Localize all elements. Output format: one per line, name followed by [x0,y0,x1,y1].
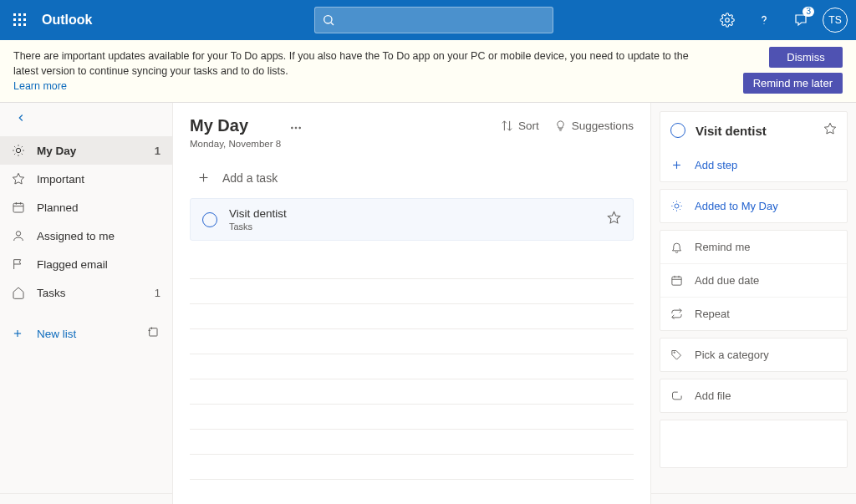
task-complete-checkbox[interactable] [202,212,217,227]
sidebar-item-assigned[interactable]: Assigned to me [0,221,172,250]
due-label: Add due date [695,274,759,287]
added-to-my-day[interactable]: Added to My Day [660,190,847,222]
new-group-button[interactable] [147,326,160,342]
svg-line-21 [22,147,23,148]
flag-icon [12,257,28,271]
add-step-button[interactable]: Add step [660,149,847,181]
sidebar-item-label: Tasks [37,287,66,299]
svg-rect-1 [18,13,21,16]
svg-rect-4 [18,18,21,21]
sidebar-item-label: Assigned to me [37,230,115,242]
search-input[interactable] [314,7,553,33]
list-options-button[interactable] [289,121,303,135]
svg-rect-0 [13,13,16,16]
svg-line-48 [673,202,674,203]
sidebar-item-important[interactable]: Important [0,165,172,193]
suggestions-button[interactable]: Suggestions [554,120,634,132]
sidebar-item-flagged[interactable]: Flagged email [0,250,172,278]
svg-point-9 [324,16,332,23]
sidebar-item-label: My Day [37,145,76,157]
back-button[interactable] [0,103,172,133]
sidebar-item-label: Flagged email [37,258,108,271]
add-note-area[interactable] [660,420,848,468]
add-due-date-button[interactable]: Add due date [660,263,847,297]
notifications-button[interactable]: 3 [782,0,819,40]
notification-badge: 3 [802,7,814,17]
sidebar-item-count: 1 [155,145,160,157]
svg-line-17 [22,154,23,155]
page-date: Monday, November 8 [190,139,281,149]
settings-button[interactable] [709,0,746,40]
svg-point-38 [299,127,301,129]
person-icon [12,229,28,242]
app-name: Outlook [42,13,92,28]
sidebar-item-count: 1 [155,287,160,299]
detail-title-row[interactable]: Visit dentist [660,112,847,149]
dismiss-button[interactable]: Dismiss [769,47,843,68]
repeat-label: Repeat [695,308,730,320]
mail-module-button[interactable] [8,494,39,504]
svg-rect-23 [13,204,23,213]
avatar[interactable]: TS [823,8,848,33]
svg-rect-7 [18,23,21,26]
files-module-button[interactable] [102,494,133,504]
calendar-icon [12,201,28,214]
todo-module-button[interactable] [133,494,164,504]
app-launcher-button[interactable] [0,0,40,40]
detail-task-title: Visit dentist [696,124,767,138]
pick-category-button[interactable]: Pick a category [660,339,847,371]
svg-marker-42 [824,124,835,135]
notification-message: There are important updates available fo… [13,50,689,77]
task-star-button[interactable] [607,211,621,228]
task-row[interactable]: Visit dentist Tasks [190,198,634,241]
new-list-button[interactable]: New list [0,317,172,350]
sidebar-item-label: Planned [37,201,79,214]
empty-lines [190,254,634,504]
sort-button[interactable]: Sort [501,120,539,132]
people-module-button[interactable] [70,494,101,504]
svg-rect-54 [672,277,681,286]
svg-line-10 [331,23,334,25]
svg-point-27 [16,232,20,236]
svg-line-49 [680,209,680,210]
sun-icon [12,144,28,157]
detail-star-button[interactable] [823,122,837,139]
svg-rect-3 [13,18,16,21]
learn-more-link[interactable]: Learn more [13,80,67,92]
sort-label: Sort [518,120,539,132]
svg-rect-2 [23,13,26,16]
remind-later-button[interactable]: Remind me later [743,73,843,94]
calendar-module-button[interactable] [39,494,70,504]
svg-point-45 [675,204,679,208]
added-label: Added to My Day [695,200,778,212]
star-icon [12,172,28,186]
svg-marker-22 [13,174,23,185]
svg-line-16 [14,147,15,148]
svg-rect-6 [13,23,16,26]
remind-me-button[interactable]: Remind me [660,231,847,263]
svg-marker-41 [608,212,619,223]
sidebar-item-my-day[interactable]: My Day 1 [0,136,172,165]
suggestions-label: Suggestions [572,120,634,132]
sidebar-item-tasks[interactable]: Tasks 1 [0,278,172,307]
svg-rect-5 [23,18,26,21]
sidebar-item-label: Important [37,173,84,186]
detail-complete-checkbox[interactable] [670,123,685,138]
add-file-button[interactable]: Add file [660,379,847,412]
add-step-label: Add step [695,159,737,171]
svg-point-36 [291,127,293,129]
svg-line-52 [673,209,674,210]
svg-point-37 [295,127,297,129]
svg-rect-30 [150,328,157,336]
page-title: My Day [190,116,281,135]
task-name: Visit dentist [229,207,287,220]
add-task-input[interactable]: Add a task [190,167,634,188]
plus-icon [12,328,28,339]
svg-point-58 [674,352,675,354]
add-task-placeholder: Add a task [222,171,278,185]
sidebar-item-planned[interactable]: Planned [0,193,172,221]
repeat-button[interactable]: Repeat [660,297,847,330]
help-button[interactable] [746,0,782,40]
svg-point-11 [726,18,730,23]
svg-point-12 [763,23,764,24]
